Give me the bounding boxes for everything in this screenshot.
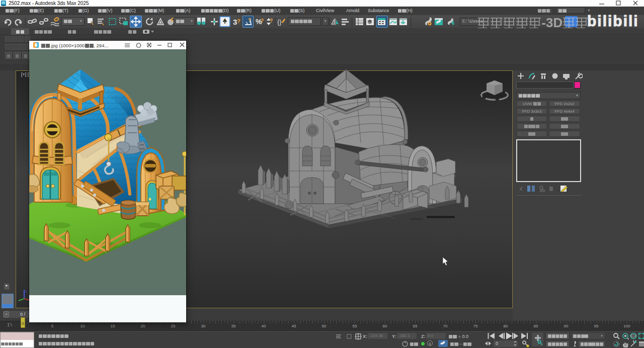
svg-text:20: 20 [141,324,145,328]
svg-text:60: 60 [383,324,387,328]
svg-text:15: 15 [111,324,115,328]
svg-text:75: 75 [473,324,478,328]
svg-text:80: 80 [504,324,508,328]
svg-text:95: 95 [594,324,599,328]
svg-text:?: ? [237,18,240,24]
svg-text:5: 5 [51,324,54,328]
svg-text:50: 50 [322,324,327,328]
svg-text:?: ? [261,18,264,24]
svg-text:?: ? [248,18,251,23]
svg-text:100: 100 [623,324,630,328]
svg-text:55: 55 [353,324,357,328]
svg-text:35: 35 [231,324,236,328]
svg-text:45: 45 [292,324,296,328]
svg-text:40: 40 [262,324,266,328]
svg-text:65: 65 [413,324,418,328]
svg-text:30: 30 [201,324,206,328]
svg-text:70: 70 [443,324,448,328]
svg-text:10: 10 [80,324,85,328]
svg-text:85: 85 [534,324,538,328]
svg-text:90: 90 [564,324,569,328]
svg-text:z: z [25,290,27,293]
svg-text:{}: {} [277,18,282,26]
svg-text:?: ? [270,18,273,24]
svg-text:25: 25 [171,324,176,328]
